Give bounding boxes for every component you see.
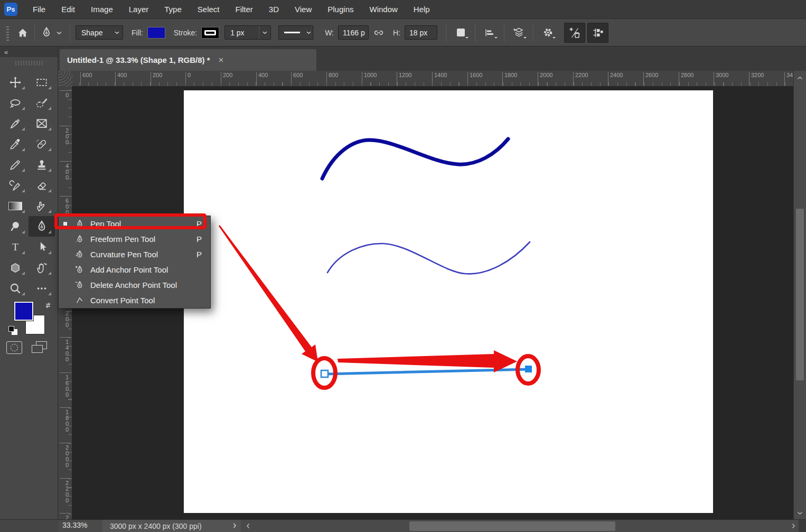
status-expand-icon[interactable] [232,522,237,529]
h-ruler-label: 600 [291,72,303,86]
menu-help[interactable]: Help [406,0,438,19]
flyout-item-label: Curvature Pen Tool [90,250,196,259]
marquee-icon [35,76,49,89]
default-colors-icon[interactable] [8,326,18,335]
ruler-origin-corner[interactable] [58,71,72,87]
tool-clone-stamp[interactable] [29,154,55,175]
path-operations-button[interactable] [452,24,470,42]
swap-colors-icon[interactable] [43,301,53,310]
h-ruler-label: 2000 [538,72,552,86]
vertical-scrollbar-thumb[interactable] [796,209,804,380]
path-options-button[interactable] [539,24,557,42]
shape-height-input[interactable]: 18 px [405,25,437,40]
tool-gradient[interactable] [2,195,29,216]
tool-path-selection[interactable] [29,237,55,257]
tool-grid [2,72,55,298]
scroll-up-icon[interactable] [794,76,806,80]
tool-more[interactable] [29,278,55,298]
home-icon[interactable] [16,26,29,39]
fill-swatch[interactable] [147,27,165,39]
shape-width-input[interactable]: 1166 p [338,25,369,40]
vertical-scrollbar[interactable] [793,71,806,519]
menu-edit[interactable]: Edit [53,0,83,19]
flyout-item-delete-anchor[interactable]: Delete Anchor Point Tool [59,277,210,293]
close-tab-icon[interactable]: × [219,55,224,66]
tool-pen[interactable] [29,216,55,237]
tool-history-brush[interactable] [2,175,29,195]
flyout-item-freeform-pen[interactable]: Freeform Pen Tool P [59,231,210,247]
document-tab-bar: Untitled-1 @ 33.3% (Shape 1, RGB/8) * × [58,46,806,71]
tool-frame[interactable] [29,113,55,134]
menu-window[interactable]: Window [361,0,405,19]
menu-3d[interactable]: 3D [261,0,287,19]
stroke-width-select[interactable]: 1 px [224,25,271,40]
tool-mode-value: Shape [81,29,102,37]
horizontal-scrollbar-thumb[interactable] [409,521,615,531]
menu-select[interactable]: Select [190,0,228,19]
tool-remove-brush[interactable] [2,113,29,134]
quick-mask-button[interactable] [6,341,22,354]
link-dimensions-icon[interactable] [373,27,385,39]
tool-lasso[interactable] [2,92,29,113]
screen-mode-icon-front [32,345,43,353]
menu-image[interactable]: Image [83,0,121,19]
constrain-path-button[interactable] [587,23,608,43]
tool-hand[interactable] [29,257,55,278]
tool-eyedropper[interactable] [2,134,29,154]
flyout-item-convert-point[interactable]: Convert Point Tool [59,293,210,308]
tool-object-selection[interactable] [29,92,55,113]
path-selection-arrow-icon [35,240,49,254]
options-bar-grip[interactable] [6,25,9,41]
flyout-item-add-anchor[interactable]: Add Anchor Point Tool [59,262,210,277]
scroll-right-icon[interactable] [791,522,795,529]
document-info[interactable]: 3000 px x 2400 px (300 ppi) [102,520,241,532]
tool-mode-select[interactable]: Shape [76,25,123,40]
path-alignment-button[interactable] [481,24,499,42]
collapse-panel-icon[interactable]: « [4,48,8,56]
scroll-left-icon[interactable] [246,522,250,529]
delete-anchor-icon [74,281,85,290]
horizontal-ruler[interactable]: 600 400 200 0 200 400 600 800 1000 1200 … [58,71,793,87]
tool-zoom[interactable] [2,278,29,298]
tool-brush[interactable] [2,154,29,175]
menu-file[interactable]: File [25,0,53,19]
tool-panel-header[interactable]: « [0,46,58,57]
tool-rectangular-marquee[interactable] [29,72,55,92]
menu-layer[interactable]: Layer [121,0,157,19]
options-bar: Shape Fill: Stroke: 1 px W: 1166 p H: 18… [0,19,806,46]
foreground-color-swatch[interactable] [14,302,33,321]
screen-mode-button[interactable] [32,341,48,354]
path-arrangement-button[interactable] [510,24,528,42]
scroll-down-icon[interactable] [794,511,806,515]
v-ruler-label: 400 [60,161,70,180]
tool-move[interactable] [2,72,29,92]
flyout-item-label: Add Anchor Point Tool [90,265,202,274]
menu-type[interactable]: Type [156,0,190,19]
document-title: Untitled-1 @ 33.3% (Shape 1, RGB/8) * [67,55,210,64]
tool-spot-healing[interactable] [29,134,55,154]
h-ruler-label: 1200 [397,72,411,86]
stroke-style-select[interactable] [278,25,313,40]
tool-panel-grip[interactable] [15,61,43,66]
pen-tool-icon[interactable] [40,26,53,39]
menu-view[interactable]: View [287,0,320,19]
zoom-level-field[interactable]: 33.33% [62,521,87,529]
menu-filter[interactable]: Filter [228,0,261,19]
stroke-swatch[interactable] [201,27,219,39]
v-ruler-label: 200 [60,126,70,145]
status-bar-left-pad [0,520,58,532]
tool-dodge[interactable] [2,216,29,237]
flyout-item-curvature-pen[interactable]: Curvature Pen Tool P [59,247,210,262]
add-anchor-icon [74,265,85,275]
chevron-down-icon[interactable] [56,31,62,35]
tool-eraser[interactable] [29,175,55,195]
width-label: W: [325,29,334,37]
tool-type[interactable] [2,237,29,257]
tool-smudge[interactable] [29,195,55,216]
menu-plugins[interactable]: Plugins [320,0,361,19]
edit-toolbar-button[interactable] [564,23,585,43]
stroke-style-line [284,32,300,33]
document-tab[interactable]: Untitled-1 @ 33.3% (Shape 1, RGB/8) * × [60,49,316,71]
tool-shape[interactable] [2,257,29,278]
canvas[interactable] [184,90,713,513]
